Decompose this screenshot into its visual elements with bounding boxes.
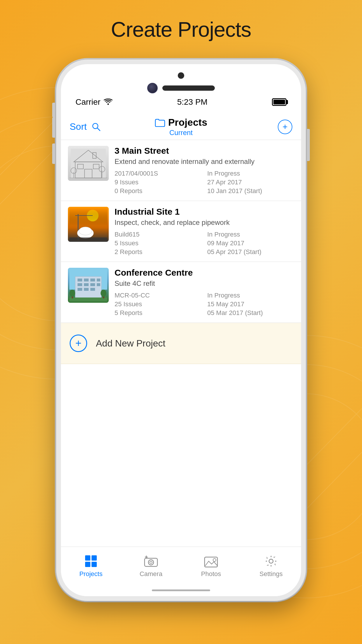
svg-rect-43 [78,288,82,291]
tab-label-settings: Settings [259,570,283,578]
svg-point-59 [150,561,152,564]
add-project-button[interactable]: + Add New Project [61,323,301,364]
project-item[interactable]: Conference Centre Suite 4C refit MCR-05-… [61,262,301,323]
svg-point-62 [269,559,273,563]
project-thumbnail [68,207,109,242]
svg-rect-36 [84,279,89,281]
project-name: Industrial Site 1 [115,207,294,217]
front-camera [178,72,184,79]
svg-rect-39 [78,283,82,286]
svg-rect-52 [92,555,97,561]
tab-settings[interactable]: Settings [241,554,301,578]
project-info: Industrial Site 1 Inspect, check, and re… [115,207,294,256]
svg-rect-41 [90,283,95,286]
tab-label-photos: Photos [201,570,221,578]
search-button[interactable] [92,122,101,132]
project-code: Build615 [115,231,201,238]
project-thumbnail [68,268,109,303]
svg-rect-42 [97,283,100,286]
project-list: 3 Main Street Extend and renovate intern… [61,140,301,547]
svg-rect-54 [92,562,97,567]
camera-tab-icon [144,554,158,568]
project-issues: 9 Issues [115,178,201,186]
project-item[interactable]: 3 Main Street Extend and renovate intern… [61,140,301,201]
sort-button[interactable]: Sort [70,121,87,132]
camera-lens [147,83,158,93]
battery-icon [272,98,287,106]
nav-title: Projects [168,117,207,128]
svg-point-50 [101,290,106,297]
phone-screen: Carrier 5:23 PM [61,64,301,596]
project-code: MCR-05-CC [115,292,201,299]
tab-label-projects: Projects [79,570,102,578]
project-info: 3 Main Street Extend and renovate intern… [115,146,294,195]
project-item[interactable]: Industrial Site 1 Inspect, check, and re… [61,201,301,262]
nav-subtitle: Current [169,129,193,137]
project-reports: 5 Reports [115,309,201,317]
svg-point-48 [69,290,75,297]
svg-rect-35 [78,279,82,281]
add-project-label: Add New Project [96,338,165,349]
project-date1: 09 May 2017 [207,239,294,247]
project-thumbnail [68,146,109,181]
project-date1: 15 May 2017 [207,300,294,308]
svg-rect-32 [69,237,107,240]
empty-space [61,364,301,547]
carrier-label: Carrier [75,97,101,107]
add-project-circle-icon: + [70,335,87,352]
tab-camera[interactable]: Camera [121,554,181,578]
tab-photos[interactable]: Photos [181,554,241,578]
tab-bar: Projects Camera [61,547,301,584]
project-date1: 27 Apr 2017 [207,178,294,186]
phone-shell: Carrier 5:23 PM [56,59,306,601]
project-start-date: 10 Jan 2017 (Start) [207,187,294,195]
project-name: Conference Centre [115,268,294,278]
photos-tab-icon [204,554,218,568]
hardware-top [147,72,215,93]
project-description: Inspect, check, and replace pipework [115,218,294,227]
svg-rect-53 [85,562,90,567]
project-status: In Progress [207,170,294,177]
project-status: In Progress [207,292,294,299]
svg-rect-40 [84,283,89,286]
project-start-date: 05 Apr 2017 (Start) [207,248,294,256]
settings-tab-icon [264,554,278,568]
nav-center: Projects Current [144,117,218,137]
project-reports: 2 Reports [115,248,201,256]
svg-point-61 [213,559,216,561]
tab-label-camera: Camera [140,570,162,578]
svg-rect-45 [90,288,95,291]
status-time: 5:23 PM [177,97,208,107]
svg-rect-26 [69,208,107,226]
svg-rect-13 [71,149,106,178]
project-issues: 25 Issues [115,300,201,308]
tab-projects[interactable]: Projects [61,554,121,578]
project-code: 2017/04/0001S [115,170,201,177]
volume-down-button [52,144,55,164]
home-indicator-area [61,584,301,596]
volume-up-button [52,117,55,138]
project-reports: 0 Reports [115,187,201,195]
project-name: 3 Main Street [115,146,294,156]
add-project-nav-button[interactable]: + [278,120,292,134]
projects-tab-icon [84,554,98,568]
home-indicator [152,589,210,591]
power-button [307,129,310,161]
svg-point-58 [148,560,154,565]
wifi-icon [103,99,113,106]
svg-rect-38 [97,279,100,281]
project-description: Extend and renovate internally and exter… [115,158,294,166]
folder-icon [155,118,165,127]
status-bar: Carrier 5:23 PM [61,90,301,114]
svg-rect-37 [90,279,95,281]
svg-point-10 [107,104,109,105]
project-start-date: 05 Mar 2017 (Start) [207,309,294,317]
svg-rect-51 [85,555,90,561]
project-issues: 5 Issues [115,239,201,247]
speaker [162,85,215,91]
project-description: Suite 4C refit [115,279,294,288]
silent-switch [52,103,55,117]
svg-line-12 [97,128,100,131]
project-status: In Progress [207,231,294,238]
svg-point-31 [79,227,92,235]
